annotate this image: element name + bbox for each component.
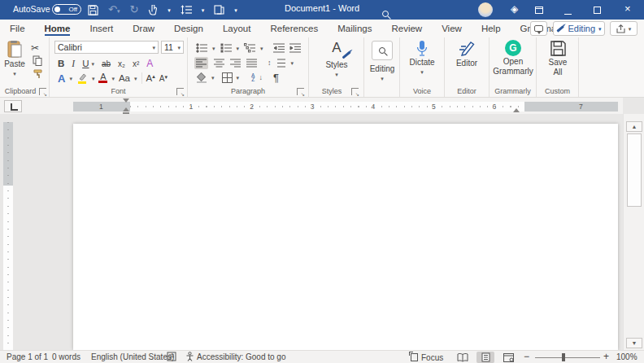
ribbon-display-options-icon[interactable] bbox=[535, 5, 543, 16]
clear-formatting-button[interactable]: A bbox=[146, 58, 153, 69]
comments-button[interactable] bbox=[530, 21, 547, 36]
find-magnifier-icon bbox=[379, 47, 385, 54]
scroll-down-icon[interactable]: ▼ bbox=[626, 338, 642, 348]
align-right-button[interactable] bbox=[230, 59, 241, 68]
shading-chevron-icon bbox=[211, 75, 215, 81]
tab-home[interactable]: Home bbox=[45, 21, 71, 36]
italic-button[interactable]: I bbox=[72, 59, 75, 68]
tab-help[interactable]: Help bbox=[481, 21, 501, 36]
editing-find-box[interactable] bbox=[372, 41, 393, 60]
right-indent-marker[interactable] bbox=[513, 108, 520, 112]
align-center-button[interactable] bbox=[214, 59, 224, 68]
line-spacing-button[interactable]: ↕ bbox=[268, 59, 272, 67]
scroll-up-icon[interactable]: ▲ bbox=[626, 121, 642, 132]
scrollbar-thumb[interactable] bbox=[627, 133, 642, 207]
search-icon[interactable] bbox=[382, 6, 389, 20]
clipboard-group: Paste ✂ Clipboard bbox=[0, 37, 50, 97]
shrink-font-button[interactable]: A▾ bbox=[159, 74, 168, 83]
proofing-icon[interactable] bbox=[167, 352, 176, 361]
multilevel-chevron-icon bbox=[260, 46, 263, 51]
focus-button[interactable]: Focus bbox=[411, 352, 443, 362]
sort-button[interactable]: A Z bbox=[251, 73, 255, 81]
zoom-slider-track[interactable] bbox=[535, 357, 600, 358]
minimize-button[interactable] bbox=[564, 7, 572, 19]
account-avatar[interactable] bbox=[478, 2, 493, 17]
cut-icon[interactable]: ✂ bbox=[31, 42, 39, 54]
accessibility-status[interactable]: Accessibility: Good to go bbox=[197, 352, 286, 361]
highlight-button[interactable] bbox=[76, 72, 88, 84]
page-indicator[interactable]: Page 1 of 1 bbox=[7, 352, 48, 361]
tab-file[interactable]: File bbox=[10, 21, 25, 36]
save-all-button[interactable]: Save All bbox=[542, 40, 574, 77]
clipboard-dialog-launcher[interactable] bbox=[39, 88, 46, 95]
numbering-icon[interactable] bbox=[220, 43, 232, 53]
share-button[interactable] bbox=[610, 21, 637, 36]
font-size-combo[interactable]: 11 bbox=[161, 41, 184, 54]
justify-button[interactable] bbox=[246, 59, 257, 68]
vertical-ruler[interactable] bbox=[3, 122, 13, 350]
dictate-button[interactable]: Dictate bbox=[406, 40, 438, 76]
font-color-button[interactable]: A bbox=[98, 73, 107, 83]
zoom-slider-thumb[interactable] bbox=[562, 353, 565, 361]
tab-view[interactable]: View bbox=[442, 21, 462, 36]
borders-icon[interactable] bbox=[222, 72, 233, 83]
paragraph-dialog-launcher[interactable] bbox=[297, 88, 304, 95]
share-chevron-icon bbox=[629, 26, 632, 32]
tab-design[interactable]: Design bbox=[174, 21, 203, 36]
font-name-combo[interactable]: Calibri bbox=[54, 41, 159, 54]
tab-stop-selector[interactable] bbox=[4, 100, 22, 112]
grow-font-button[interactable]: A▴ bbox=[146, 73, 155, 83]
editing-mode-button[interactable]: Editing bbox=[553, 21, 605, 36]
editing-button[interactable]: Editing bbox=[366, 63, 398, 82]
tab-review[interactable]: Review bbox=[391, 21, 422, 36]
zoom-out-icon[interactable]: − bbox=[524, 351, 529, 362]
voice-group: Dictate Voice bbox=[400, 37, 445, 97]
tab-references[interactable]: References bbox=[270, 21, 318, 36]
align-left-button[interactable] bbox=[194, 57, 208, 69]
format-painter-icon[interactable] bbox=[33, 68, 43, 79]
focus-icon bbox=[411, 353, 418, 361]
styles-button[interactable]: A Styles bbox=[320, 40, 353, 78]
document-page[interactable] bbox=[73, 124, 618, 350]
zoom-level[interactable]: 100% bbox=[616, 352, 637, 361]
text-effects-button[interactable]: A bbox=[58, 72, 65, 85]
shading-icon[interactable] bbox=[196, 72, 207, 83]
word-count[interactable]: 0 words bbox=[52, 352, 80, 361]
tab-draw[interactable]: Draw bbox=[133, 21, 154, 36]
decrease-indent-icon[interactable] bbox=[273, 43, 285, 53]
styles-chevron-icon bbox=[335, 72, 338, 77]
copy-icon[interactable] bbox=[33, 55, 42, 66]
paste-button[interactable]: Paste bbox=[3, 40, 26, 77]
tab-layout[interactable]: Layout bbox=[223, 21, 251, 36]
styles-dialog-launcher[interactable] bbox=[351, 88, 359, 95]
premium-gem-icon[interactable]: ◈ bbox=[511, 3, 518, 15]
ruler-inch-number: 2 bbox=[250, 103, 254, 111]
first-line-indent-marker[interactable] bbox=[123, 98, 129, 103]
strikethrough-button[interactable]: ab bbox=[102, 59, 111, 68]
vertical-scrollbar[interactable]: ▲ ▼ bbox=[623, 114, 644, 350]
bullets-icon[interactable] bbox=[196, 43, 207, 53]
bold-button[interactable]: B bbox=[58, 59, 64, 68]
font-group-label: Font bbox=[50, 87, 187, 95]
read-mode-button[interactable] bbox=[454, 352, 472, 363]
horizontal-ruler[interactable]: 1 123456 7 bbox=[73, 102, 618, 112]
editor-button[interactable]: Editor bbox=[450, 40, 483, 68]
web-layout-button[interactable] bbox=[499, 352, 517, 363]
tab-insert[interactable]: Insert bbox=[89, 21, 113, 36]
font-dialog-launcher[interactable] bbox=[176, 88, 184, 95]
subscript-button[interactable]: x₂ bbox=[118, 59, 125, 68]
superscript-button[interactable]: x² bbox=[133, 59, 139, 68]
close-button[interactable]: × bbox=[624, 2, 631, 15]
maximize-button[interactable] bbox=[594, 5, 601, 16]
language-indicator[interactable]: English (United States) bbox=[91, 352, 174, 361]
multilevel-list-icon[interactable] bbox=[244, 43, 255, 53]
increase-indent-icon[interactable] bbox=[289, 43, 301, 53]
open-grammarly-button[interactable]: Open Grammarly bbox=[490, 40, 536, 76]
underline-button[interactable]: U bbox=[82, 59, 89, 68]
pilcrow-button[interactable]: ¶ bbox=[273, 72, 279, 84]
zoom-in-icon[interactable]: + bbox=[603, 351, 609, 362]
print-layout-button[interactable] bbox=[476, 352, 494, 363]
styles-pencil-icon bbox=[342, 50, 350, 59]
change-case-button[interactable]: Aa bbox=[119, 73, 130, 83]
tab-mailings[interactable]: Mailings bbox=[337, 21, 372, 36]
